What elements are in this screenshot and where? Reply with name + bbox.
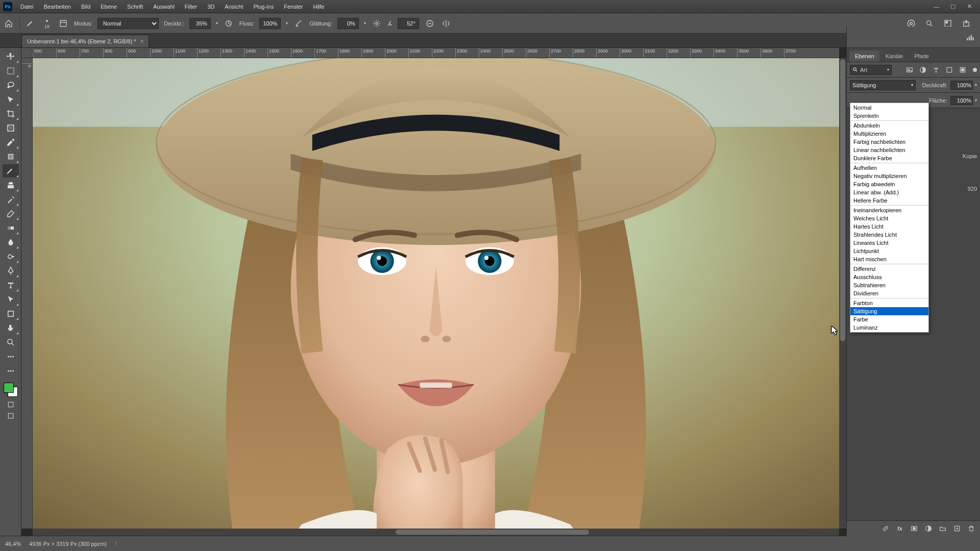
- menu-item[interactable]: Fenster: [280, 2, 307, 12]
- close-button[interactable]: ✕: [962, 2, 977, 12]
- screenmode-icon[interactable]: [5, 411, 16, 420]
- menu-item[interactable]: Datei: [16, 2, 38, 12]
- filter-pixel-icon[interactable]: [904, 65, 915, 75]
- blend-mode-option[interactable]: Farbig abwedeln: [850, 180, 928, 188]
- layer-mask-icon[interactable]: [910, 524, 919, 533]
- filter-smart-icon[interactable]: [958, 65, 968, 75]
- tab-paths[interactable]: Pfade: [909, 51, 934, 62]
- pen-tool[interactable]: [3, 264, 19, 278]
- type-tool[interactable]: [3, 279, 19, 292]
- edit-toolbar[interactable]: [3, 364, 19, 378]
- blend-mode-option[interactable]: Dunklere Farbe: [850, 154, 928, 162]
- foreground-color[interactable]: [4, 383, 14, 393]
- frame-tool[interactable]: [3, 121, 19, 135]
- blend-mode-option[interactable]: Ausschluss: [850, 273, 928, 281]
- document-canvas[interactable]: [33, 58, 839, 529]
- menu-item[interactable]: Filter: [181, 2, 201, 12]
- filter-toggle-icon[interactable]: [973, 68, 977, 72]
- brush-panel-toggle-icon[interactable]: [58, 18, 69, 29]
- filter-shape-icon[interactable]: [944, 65, 954, 75]
- scrollbar-thumb[interactable]: [840, 59, 845, 341]
- blend-mode-option[interactable]: Ineinanderkopieren: [850, 206, 928, 214]
- vertical-scrollbar[interactable]: [839, 58, 846, 529]
- filter-adjust-icon[interactable]: [918, 65, 928, 75]
- document-tab[interactable]: Unbenannt-1 bei 46,4% (Ebene 2, RGB/8) *…: [21, 35, 149, 47]
- dodge-tool[interactable]: [3, 250, 19, 263]
- delete-layer-icon[interactable]: [967, 524, 976, 533]
- menu-item[interactable]: Plug-ins: [249, 2, 278, 12]
- minimize-button[interactable]: —: [929, 2, 944, 12]
- blend-mode-option[interactable]: Subtrahieren: [850, 281, 928, 289]
- zoom-level[interactable]: 46,4%: [5, 541, 21, 547]
- clone-stamp-tool[interactable]: [3, 179, 19, 192]
- blend-mode-option[interactable]: Farbton: [850, 299, 928, 307]
- horizontal-ruler[interactable]: 5006007008009001000110012001300140015001…: [33, 48, 839, 58]
- pressure-opacity-icon[interactable]: [223, 18, 234, 29]
- histogram-panel-icon[interactable]: [965, 32, 976, 43]
- flow-input[interactable]: [259, 18, 281, 29]
- menu-item[interactable]: Hilfe: [309, 2, 328, 12]
- layer-opacity-input[interactable]: [950, 81, 973, 90]
- blend-mode-option[interactable]: Farbig nachbelichten: [850, 138, 928, 146]
- ruler-origin[interactable]: [21, 48, 33, 58]
- blend-mode-option[interactable]: Linear nachbelichten: [850, 146, 928, 154]
- menu-item[interactable]: Bearbeiten: [40, 2, 75, 12]
- adjustment-layer-icon[interactable]: [924, 524, 933, 533]
- menu-item[interactable]: Ansicht: [220, 2, 247, 12]
- quickmask-icon[interactable]: [5, 400, 16, 409]
- blend-mode-option[interactable]: Lichtpunkt: [850, 247, 928, 255]
- menu-item[interactable]: Ebene: [96, 2, 121, 12]
- doc-info[interactable]: 4936 Px × 3319 Px (300 ppcm): [29, 541, 107, 547]
- layer-filter-type[interactable]: Art ▾: [850, 65, 892, 75]
- history-brush-tool[interactable]: [3, 193, 19, 206]
- layer-fill-input[interactable]: [950, 96, 973, 105]
- blend-mode-option[interactable]: Differenz: [850, 265, 928, 273]
- blend-mode-option[interactable]: Sättigung: [850, 307, 928, 315]
- eyedropper-tool[interactable]: [3, 136, 19, 149]
- menu-item[interactable]: 3D: [203, 2, 218, 12]
- blend-mode-option[interactable]: Dividieren: [850, 289, 928, 297]
- group-icon[interactable]: [938, 524, 947, 533]
- horizontal-scrollbar[interactable]: [33, 529, 839, 536]
- blend-mode-dropdown[interactable]: Sättigung ▾: [850, 80, 916, 90]
- blend-mode-option[interactable]: Hellere Farbe: [850, 196, 928, 205]
- move-tool[interactable]: [3, 50, 19, 63]
- blend-mode-select[interactable]: Normal: [97, 18, 159, 29]
- shape-tool[interactable]: [3, 307, 19, 320]
- blend-mode-option[interactable]: Farbe: [850, 315, 928, 323]
- brush-preset-picker[interactable]: • 19: [41, 18, 53, 29]
- blend-mode-option[interactable]: Sprenkeln: [850, 112, 928, 120]
- airbrush-icon[interactable]: [293, 18, 304, 29]
- blend-mode-option[interactable]: Linear abw. (Add.): [850, 188, 928, 196]
- blend-mode-option[interactable]: Strahlendes Licht: [850, 231, 928, 239]
- blend-mode-option[interactable]: Hart mischen: [850, 255, 928, 263]
- more-tools[interactable]: [3, 350, 19, 363]
- brush-icon[interactable]: [25, 18, 36, 29]
- path-select-tool[interactable]: [3, 293, 19, 306]
- vertical-ruler[interactable]: 0: [21, 58, 33, 529]
- blur-tool[interactable]: [3, 236, 19, 249]
- maximize-button[interactable]: ▢: [945, 2, 961, 12]
- healing-tool[interactable]: [3, 150, 19, 163]
- angle-input[interactable]: [398, 18, 419, 29]
- filter-type-icon[interactable]: [931, 65, 941, 75]
- blend-mode-option[interactable]: Multiplizieren: [850, 130, 928, 138]
- blend-mode-option[interactable]: Weiches Licht: [850, 214, 928, 222]
- menu-item[interactable]: Bild: [77, 2, 94, 12]
- blend-mode-option[interactable]: Abdunkeln: [850, 121, 928, 130]
- status-menu-icon[interactable]: 〉: [115, 540, 119, 547]
- hand-tool[interactable]: [3, 321, 19, 335]
- selection-tool[interactable]: [3, 93, 19, 106]
- lasso-tool[interactable]: [3, 79, 19, 92]
- smoothing-options-icon[interactable]: [371, 18, 382, 29]
- gradient-tool[interactable]: [3, 221, 19, 235]
- blend-mode-option[interactable]: Aufhellen: [850, 164, 928, 172]
- blend-mode-option[interactable]: Normal: [850, 104, 928, 112]
- zoom-tool[interactable]: [3, 336, 19, 349]
- tab-channels[interactable]: Kanäle: [880, 51, 908, 62]
- link-layers-icon[interactable]: [881, 524, 890, 533]
- menu-item[interactable]: Schrift: [123, 2, 147, 12]
- symmetry-icon[interactable]: [440, 18, 452, 29]
- scrollbar-thumb[interactable]: [396, 530, 589, 535]
- blend-mode-option[interactable]: Negativ multiplizieren: [850, 172, 928, 180]
